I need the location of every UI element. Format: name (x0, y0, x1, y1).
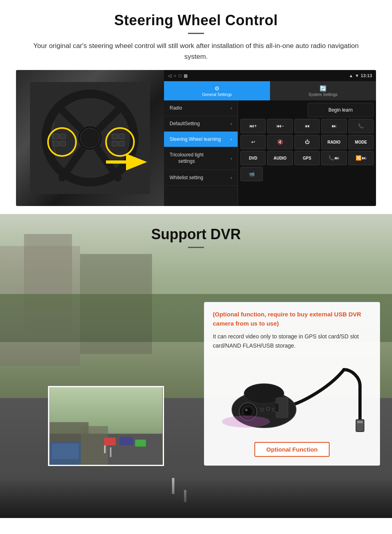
page-title: Steering Wheel Control (16, 12, 376, 29)
control-panel: Begin learn ⏮+ ⏮− ⏮ ⏭ 📞 ↩ 🔇 ⏻ (238, 100, 376, 206)
chevron-right-icon: › (230, 106, 232, 110)
tab-system-label: System Settings (308, 92, 337, 97)
ctrl-hangup-btn[interactable]: ↩ (240, 135, 266, 149)
steering-photo (16, 70, 164, 206)
ctrl-prev-btn[interactable]: ⏮ (294, 119, 320, 133)
svg-rect-17 (119, 134, 124, 139)
dvr-section-title: Support DVR (0, 226, 392, 243)
ctrl-vol-up-btn[interactable]: ⏮+ (240, 119, 266, 133)
svg-rect-12 (53, 141, 59, 146)
signal-icon: ▲ (349, 73, 353, 78)
dvr-description: It can record video only to storage in G… (213, 332, 371, 350)
ctrl-row-0: Begin learn (240, 103, 374, 117)
svg-rect-18 (119, 141, 124, 146)
chevron-right-icon: › (230, 121, 232, 126)
status-time: 13:13 (361, 73, 372, 78)
android-content: Radio › DefaultSetting › Steering Wheel … (164, 100, 376, 206)
menu-radio-label: Radio (170, 105, 182, 111)
steering-mockup: ◁ ○ □ ▦ ▲ ▼ 13:13 ⚙ General Settings (16, 70, 376, 206)
ctrl-mode-btn[interactable]: MODE (348, 135, 374, 149)
chevron-right-icon: › (230, 137, 232, 142)
ctrl-row-3: DVD AUDIO GPS 📞⏭ 🔀⏭ (240, 151, 374, 165)
chevron-right-icon: › (230, 175, 232, 180)
optional-function-button[interactable]: Optional Function (254, 442, 330, 457)
android-tabs: ⚙ General Settings 🔄 System Settings (164, 81, 376, 100)
begin-learn-button[interactable]: Begin learn (308, 103, 374, 117)
system-icon: 🔄 (320, 85, 326, 92)
home-nav-icon: ○ (174, 73, 176, 78)
svg-rect-19 (106, 160, 126, 164)
menu-item-tricoloured[interactable]: Tricoloured lightsettings › (164, 147, 238, 170)
title-divider (188, 33, 204, 34)
status-right: ▲ ▼ 13:13 (349, 73, 372, 78)
android-ui: ◁ ○ □ ▦ ▲ ▼ 13:13 ⚙ General Settings (164, 70, 376, 206)
menu-item-defaultsetting[interactable]: DefaultSetting › (164, 116, 238, 132)
menu-default-label: DefaultSetting (170, 121, 200, 126)
tab-general-settings[interactable]: ⚙ General Settings (164, 81, 270, 100)
section-steering: Steering Wheel Control Your original car… (0, 0, 392, 206)
ctrl-power-btn[interactable]: ⏻ (294, 135, 320, 149)
ctrl-audio-btn[interactable]: AUDIO (267, 151, 292, 165)
svg-rect-16 (112, 141, 118, 146)
svg-rect-26 (135, 440, 146, 446)
wifi-icon: ▼ (355, 73, 359, 78)
dvr-title-divider (188, 247, 204, 248)
menu-whitelist-label: Whitelist setting (170, 175, 203, 180)
settings-gear-icon: ⚙ (214, 85, 220, 92)
menu-steering-label: Steering Wheel learning (170, 136, 221, 142)
dvr-info-card: (Optional function, require to buy exter… (204, 302, 380, 466)
svg-rect-27 (104, 446, 106, 453)
menu-item-steering-learning[interactable]: Steering Wheel learning › (164, 132, 238, 147)
svg-point-38 (245, 409, 248, 411)
menu-item-whitelist[interactable]: Whitelist setting › (164, 170, 238, 186)
ctrl-next-btn[interactable]: ⏭ (321, 119, 346, 133)
section-dvr: Support DVR (0, 214, 392, 518)
svg-rect-13 (60, 134, 66, 139)
ctrl-vol-down-btn[interactable]: ⏮− (267, 119, 292, 133)
tab-system-settings[interactable]: 🔄 System Settings (270, 81, 376, 100)
svg-point-40 (266, 407, 270, 410)
svg-point-37 (244, 408, 252, 416)
menu-item-radio[interactable]: Radio › (164, 100, 238, 116)
svg-point-8 (80, 128, 100, 148)
ctrl-gps-btn[interactable]: GPS (294, 151, 320, 165)
svg-rect-43 (275, 404, 278, 412)
dvr-camera-image (213, 356, 371, 436)
svg-rect-28 (110, 448, 112, 457)
steering-subtitle: Your original car's steering wheel contr… (32, 40, 360, 62)
ctrl-radio-btn[interactable]: RADIO (321, 135, 346, 149)
ctrl-shuffle-btn[interactable]: 🔀⏭ (348, 151, 374, 165)
dvr-optional-highlight: (Optional function, require to buy exter… (213, 310, 371, 328)
ctrl-row-1: ⏮+ ⏮− ⏮ ⏭ 📞 (240, 119, 374, 133)
svg-point-41 (272, 408, 276, 411)
ctrl-dvd-btn[interactable]: DVD (240, 151, 266, 165)
svg-rect-30 (52, 444, 79, 459)
menu-tricoloured-label: Tricoloured lightsettings (170, 152, 204, 164)
dashboard-overlay (0, 478, 392, 518)
svg-point-44 (222, 416, 270, 428)
ctrl-phone-btn[interactable]: 📞 (348, 119, 374, 133)
chevron-right-icon: › (230, 156, 232, 161)
status-left: ◁ ○ □ ▦ (168, 73, 188, 78)
menu-nav-icon: ▦ (184, 73, 188, 78)
ctrl-mute-btn[interactable]: 🔇 (267, 135, 292, 149)
ctrl-row-2: ↩ 🔇 ⏻ RADIO MODE (240, 135, 374, 149)
ctrl-row-4: 📹 (240, 167, 374, 181)
tab-general-label: General Settings (202, 92, 232, 97)
dvr-title-area: Support DVR (0, 214, 392, 248)
square-nav-icon: □ (179, 73, 182, 78)
svg-rect-14 (60, 141, 66, 146)
svg-rect-24 (104, 438, 116, 445)
svg-point-39 (260, 408, 264, 411)
back-nav-icon: ◁ (168, 73, 171, 78)
dvr-thumbnail (48, 386, 164, 466)
ctrl-dashcam-btn[interactable]: 📹 (240, 167, 263, 181)
svg-rect-25 (120, 437, 133, 446)
android-statusbar: ◁ ○ □ ▦ ▲ ▼ 13:13 (164, 70, 376, 81)
svg-rect-23 (81, 426, 108, 465)
menu-panel: Radio › DefaultSetting › Steering Wheel … (164, 100, 238, 206)
ctrl-phone-next-btn[interactable]: 📞⏭ (321, 151, 346, 165)
svg-rect-11 (53, 134, 59, 139)
svg-rect-32 (357, 421, 363, 423)
svg-rect-15 (112, 134, 118, 139)
